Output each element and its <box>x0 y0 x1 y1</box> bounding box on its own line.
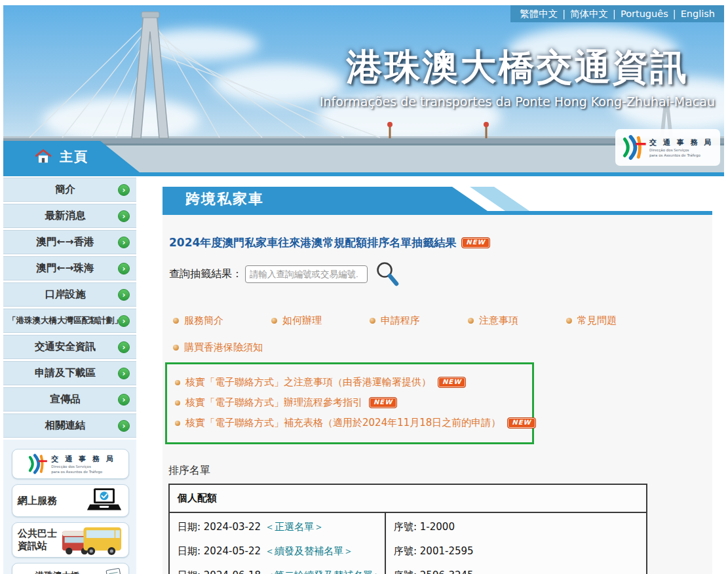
search-label: 查詢抽籤結果： <box>169 267 242 281</box>
new-badge: NEW <box>461 237 489 248</box>
dsat-name-pt1: Direcção dos Serviços <box>51 465 115 469</box>
language-option[interactable]: Português <box>621 9 668 19</box>
table-row-date: 日期: 2024-06-18 ＜第二輪續發及替補名單＞ <box>178 564 377 574</box>
list-link[interactable]: ＜續發及替補名單＞ <box>265 545 353 558</box>
highlight-link-row: 核實「電子聯絡方式」辦理流程參考指引 NEW <box>175 396 526 409</box>
chevron-right-icon: › <box>118 289 130 301</box>
language-separator: | <box>673 9 676 19</box>
highlight-link[interactable]: 核實「電子聯絡方式」之注意事項（由香港運輸署提供） <box>185 376 431 389</box>
quick-link[interactable]: 注意事項 <box>479 315 518 327</box>
date-column: 日期: 2024-03-22 ＜正選名單＞ 日期: 2024-05-22 ＜續發… <box>170 513 385 574</box>
sidebar-nav: 簡介 › 最新消息 › 澳門←→香港 › 澳門←→珠海 › <box>3 178 136 574</box>
bullet-icon <box>173 345 179 351</box>
sidebar-items: 簡介 › 最新消息 › 澳門←→香港 › 澳門←→珠海 › <box>3 178 136 438</box>
insurance-widget[interactable]: 港珠澳大橋 澳門口岸短期保險 <box>12 563 129 574</box>
language-separator: | <box>613 9 616 19</box>
language-option[interactable]: English <box>681 9 715 19</box>
dsat-logo-header[interactable]: 交 通 事 務 局 Direcção dos Serviços para os … <box>615 129 720 166</box>
date-label: 日期: 2024-05-22 <box>178 545 261 558</box>
table-body: 日期: 2024-03-22 ＜正選名單＞ 日期: 2024-05-22 ＜續發… <box>170 513 646 574</box>
section-title-row: 2024年度澳門私家車往來港澳常規配額排序名單抽籤結果 NEW <box>169 235 712 250</box>
chevron-right-icon: › <box>118 368 130 379</box>
site-title-block: 港珠澳大橋交通資訊 Informações de transportes da … <box>320 43 715 109</box>
dsat-logo-widget[interactable]: 交 通 事 務 局 Direcção dos Serviços para os … <box>12 449 129 479</box>
chevron-right-icon: › <box>118 341 130 353</box>
quick-link[interactable]: 服務簡介 <box>184 315 223 327</box>
sidebar-item[interactable]: 宣傳品 › <box>3 387 136 411</box>
date-label: 日期: 2024-03-22 <box>178 521 261 533</box>
dsat-widget-text: 交 通 事 務 局 Direcção dos Serviços para os … <box>51 454 115 474</box>
quick-link[interactable]: 如何辦理 <box>282 315 322 327</box>
online-services-label: 網上服務 <box>18 495 57 507</box>
bullet-icon <box>468 318 474 324</box>
chevron-right-icon: › <box>118 237 130 248</box>
sidebar-item[interactable]: 口岸設施 › <box>3 282 136 307</box>
bullet-icon <box>173 318 179 324</box>
bus-info-label: 公共巴士 資訊站 <box>18 527 57 552</box>
home-label: 主頁 <box>60 148 88 166</box>
sidebar-item-label: 簡介 <box>55 183 85 197</box>
sidebar-item-label: 宣傳品 <box>50 392 90 406</box>
header-divider-strip <box>3 172 724 176</box>
buses-icon <box>60 524 123 556</box>
table-row-date: 日期: 2024-05-22 ＜續發及替補名單＞ <box>178 539 377 564</box>
quick-link-item: 常見問題 <box>566 315 664 327</box>
quick-link[interactable]: 申請程序 <box>381 315 420 327</box>
sidebar-item[interactable]: 申請及下載區 › <box>3 361 136 385</box>
search-row: 查詢抽籤結果： <box>169 261 712 287</box>
page-banner: 跨境私家車 <box>163 187 712 215</box>
ranking-title: 排序名單 <box>168 464 712 478</box>
sidebar-item-label: 交通安全資訊 <box>35 340 105 354</box>
site-title: 港珠澳大橋交通資訊 <box>320 43 715 92</box>
hk-insurance-row: 購買香港保險須知 <box>173 341 712 354</box>
sidebar-item[interactable]: 澳門←→珠海 › <box>3 256 136 280</box>
table-row-serial: 序號: 1-2000 <box>394 515 638 539</box>
sidebar-item[interactable]: 「港珠澳大橋大灣區配額計劃」 › <box>3 309 136 333</box>
sidebar-item-label: 口岸設施 <box>45 288 95 301</box>
online-services-widget[interactable]: 網上服務 <box>12 484 129 517</box>
chevron-right-icon: › <box>118 184 130 196</box>
quick-link-item: 申請程序 <box>370 315 468 327</box>
dsat-logo-text: 交 通 事 務 局 Direcção dos Serviços para os … <box>649 138 713 158</box>
sidebar-item-label: 相關連結 <box>45 419 95 432</box>
sidebar-item-label: 「港珠澳大橋大灣區配額計劃」 <box>8 315 132 326</box>
laptop-check-icon <box>85 487 123 514</box>
bus-info-widget[interactable]: 公共巴士 資訊站 <box>12 522 129 558</box>
chevron-right-icon: › <box>118 210 130 222</box>
car-insurance-icon <box>98 565 123 574</box>
hk-insurance-link[interactable]: 購買香港保險須知 <box>184 341 263 354</box>
language-separator: | <box>562 9 565 19</box>
language-option[interactable]: 简体中文 <box>570 8 608 20</box>
serial-label: 序號: 2596-3245 <box>394 569 474 574</box>
quick-link-item: 注意事項 <box>468 315 566 327</box>
dsat-name-zh: 交 通 事 務 局 <box>649 138 713 147</box>
insurance-line1: 港珠澳大橋 <box>35 570 80 574</box>
sidebar-widgets: 交 通 事 務 局 Direcção dos Serviços para os … <box>3 440 136 574</box>
sidebar-item[interactable]: 最新消息 › <box>3 204 136 228</box>
section-title: 2024年度澳門私家車往來港澳常規配額排序名單抽籤結果 <box>169 235 456 250</box>
quick-link-item: 服務簡介 <box>173 315 271 327</box>
language-option[interactable]: 繁體中文 <box>520 8 558 20</box>
highlight-link[interactable]: 核實「電子聯絡方式」補充表格（適用於2024年11月18日之前的申請） <box>185 417 501 429</box>
sidebar-item[interactable]: 交通安全資訊 › <box>3 335 136 359</box>
dsat-name-pt1: Direcção dos Serviços <box>649 148 713 153</box>
header-banner: 繁體中文| 简体中文| Português| English| 港珠澳大橋交通資… <box>3 5 724 172</box>
sidebar-item-label: 澳門←→香港 <box>37 235 104 249</box>
search-button[interactable] <box>374 261 400 287</box>
main-body: 2024年度澳門私家車往來港澳常規配額排序名單抽籤結果 NEW 查詢抽籤結果： <box>163 215 712 574</box>
highlight-link[interactable]: 核實「電子聯絡方式」辦理流程參考指引 <box>185 396 362 409</box>
date-label: 日期: 2024-06-18 <box>178 569 261 574</box>
sidebar-item[interactable]: 簡介 › <box>3 178 136 202</box>
dsat-name-pt2: para os Assuntos de Tráfego <box>51 470 115 474</box>
list-link[interactable]: ＜正選名單＞ <box>265 521 324 533</box>
sidebar-item[interactable]: 相關連結 › <box>3 413 136 438</box>
insurance-label: 港珠澳大橋 澳門口岸短期保險 <box>18 570 98 574</box>
list-link[interactable]: ＜第二輪續發及替補名單＞ <box>265 569 383 574</box>
new-badge: NEW <box>507 417 535 429</box>
dsat-logo-icon <box>619 132 647 163</box>
sidebar-item[interactable]: 澳門←→香港 › <box>3 230 136 254</box>
site-subtitle: Informações de transportes da Ponte Hong… <box>320 94 715 109</box>
bullet-icon <box>175 380 180 385</box>
lottery-search-input[interactable] <box>245 265 368 283</box>
quick-link[interactable]: 常見問題 <box>577 315 617 327</box>
